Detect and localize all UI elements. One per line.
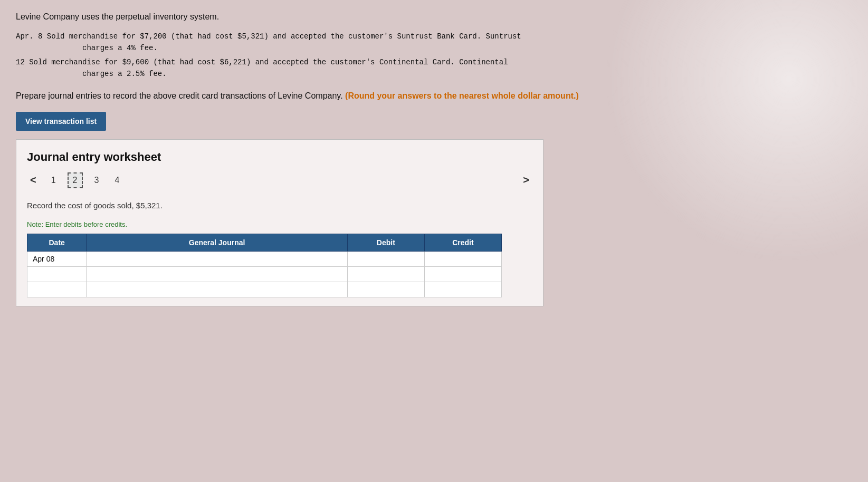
debit-input-1[interactable] <box>348 252 424 266</box>
journal-input-1[interactable] <box>87 252 347 266</box>
credit-input-1[interactable] <box>425 252 501 266</box>
table-row <box>27 282 502 297</box>
worksheet-container: Journal entry worksheet < 1 2 3 4 > Reco… <box>16 139 543 306</box>
prepare-text: Prepare journal entries to record the ab… <box>16 90 852 102</box>
worksheet-title: Journal entry worksheet <box>27 150 532 164</box>
debit-input-2[interactable] <box>348 267 424 282</box>
nav-row: < 1 2 3 4 > <box>27 172 532 188</box>
col-header-date: Date <box>27 234 87 251</box>
journal-input-3[interactable] <box>87 282 347 297</box>
transaction-2: 12 Sold merchandise for $9,600 (that had… <box>16 56 852 80</box>
credit-input-3[interactable] <box>425 282 501 297</box>
col-header-journal: General Journal <box>87 234 347 251</box>
debit-input-cell-3[interactable] <box>347 282 424 297</box>
table-row <box>27 266 502 282</box>
nav-page-4[interactable]: 4 <box>110 173 123 187</box>
credit-input-cell-1[interactable] <box>424 251 501 266</box>
nav-page-2[interactable]: 2 <box>68 172 83 188</box>
date-cell-3 <box>27 282 87 297</box>
date-cell-2 <box>27 266 87 282</box>
journal-table: Date General Journal Debit Credit Apr 08 <box>27 234 502 297</box>
note-text: Note: Enter debits before credits. <box>27 220 532 228</box>
record-instruction: Record the cost of goods sold, $5,321. <box>27 197 532 214</box>
transaction-1: Apr. 8 Sold merchandise for $7,200 (that… <box>16 31 852 54</box>
journal-input-2[interactable] <box>87 267 347 282</box>
credit-input-cell-3[interactable] <box>424 282 501 297</box>
nav-prev-button[interactable]: < <box>27 173 40 187</box>
credit-input-cell-2[interactable] <box>424 266 501 282</box>
journal-input-cell-2[interactable] <box>87 266 347 282</box>
nav-page-3[interactable]: 3 <box>90 173 103 187</box>
date-cell-1: Apr 08 <box>27 251 87 266</box>
debit-input-cell-1[interactable] <box>347 251 424 266</box>
debit-input-cell-2[interactable] <box>347 266 424 282</box>
nav-page-1[interactable]: 1 <box>47 173 60 187</box>
credit-input-2[interactable] <box>425 267 501 282</box>
view-transaction-button[interactable]: View transaction list <box>16 112 106 131</box>
transactions-block: Apr. 8 Sold merchandise for $7,200 (that… <box>16 31 852 80</box>
journal-input-cell-3[interactable] <box>87 282 347 297</box>
col-header-credit: Credit <box>424 234 501 251</box>
nav-next-button[interactable]: > <box>520 173 532 187</box>
table-row: Apr 08 <box>27 251 502 266</box>
col-header-debit: Debit <box>347 234 424 251</box>
journal-input-cell-1[interactable] <box>87 251 347 266</box>
intro-text: Levine Company uses the perpetual invent… <box>16 11 852 23</box>
debit-input-3[interactable] <box>348 282 424 297</box>
